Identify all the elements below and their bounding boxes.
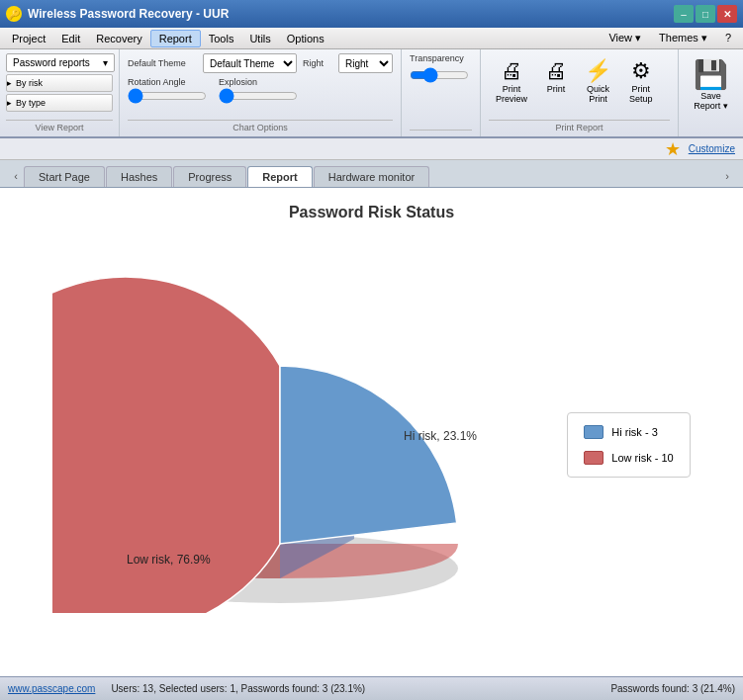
- theme-dropdown[interactable]: Default Theme Ocean Theme Sand Theme: [203, 53, 297, 73]
- rotation-angle-label: Rotation Angle: [128, 77, 186, 87]
- chevron-down-icon: ▾: [103, 57, 108, 68]
- low-risk-swatch: [584, 451, 604, 465]
- quick-print-button[interactable]: ⚡ QuickPrint: [578, 53, 618, 109]
- sub-btn-1[interactable]: ▸By risk: [6, 74, 113, 92]
- tab-next-arrow[interactable]: ›: [719, 165, 735, 187]
- print-preview-label: PrintPreview: [496, 84, 527, 104]
- theme-label: Default Theme: [128, 58, 197, 68]
- rotation-angle-slider[interactable]: [128, 88, 207, 104]
- menu-utils[interactable]: Utils: [241, 31, 278, 46]
- print-preview-button[interactable]: 🖨 PrintPreview: [489, 53, 534, 109]
- save-report-button[interactable]: 💾 SaveReport ▾: [687, 53, 735, 116]
- password-reports-dropdown[interactable]: Password reports ▾: [6, 53, 115, 72]
- pie-chart: Hi risk, 23.1% Low risk, 76.9%: [52, 277, 527, 613]
- menu-bar: Project Edit Recovery Report Tools Utils…: [0, 28, 743, 49]
- ribbon-section-print-report: 🖨 PrintPreview 🖨 Print ⚡ QuickPrint ⚙ Pr…: [481, 49, 679, 136]
- ribbon-section-password-reports: Password reports ▾ ▸By risk ▸By type Vie…: [0, 49, 120, 136]
- transparency-slider[interactable]: [410, 67, 469, 83]
- transparency-section-label: [410, 130, 472, 132]
- tab-start-page[interactable]: Start Page: [24, 166, 105, 187]
- menu-project[interactable]: Project: [4, 31, 53, 46]
- save-report-label: SaveReport ▾: [694, 91, 728, 111]
- window-controls: – □ ✕: [674, 5, 737, 23]
- ribbon: Password reports ▾ ▸By risk ▸By type Vie…: [0, 49, 743, 138]
- explosion-label: Explosion: [219, 77, 257, 87]
- menu-report[interactable]: Report: [150, 30, 201, 47]
- legend-hi-risk: Hi risk - 3: [584, 425, 673, 439]
- chart-area: Hi risk, 23.1% Low risk, 76.9% Hi risk -…: [20, 229, 723, 660]
- menu-view[interactable]: View ▾: [601, 30, 649, 46]
- hi-risk-slice: [280, 366, 457, 544]
- menu-help[interactable]: ?: [717, 30, 739, 46]
- menu-recovery[interactable]: Recovery: [88, 31, 149, 46]
- tab-hashes[interactable]: Hashes: [106, 166, 172, 187]
- maximize-button[interactable]: □: [696, 5, 715, 23]
- print-setup-button[interactable]: ⚙ PrintSetup: [622, 53, 660, 109]
- ribbon-section-save: 💾 SaveReport ▾: [679, 49, 743, 136]
- bullet-icon2: ▸: [7, 98, 12, 108]
- status-right: Passwords found: 3 (21.4%): [610, 683, 735, 694]
- chart-options-label: Chart Options: [128, 120, 393, 132]
- menu-tools[interactable]: Tools: [201, 31, 242, 46]
- minimize-button[interactable]: –: [674, 5, 694, 23]
- website-link[interactable]: www.passcape.com: [8, 683, 95, 694]
- print-label: Print: [547, 84, 566, 94]
- main-content: Password Risk Status: [0, 188, 743, 676]
- star-icon: ★: [665, 138, 681, 160]
- close-button[interactable]: ✕: [717, 5, 737, 23]
- status-stats: Users: 13, Selected users: 1, Passwords …: [111, 683, 365, 694]
- bullet-icon: ▸: [7, 78, 12, 88]
- chart-legend: Hi risk - 3 Low risk - 10: [567, 412, 690, 478]
- hi-risk-chart-label: Hi risk, 23.1%: [404, 429, 477, 443]
- tab-nav: Start Page Hashes Progress Report Hardwa…: [24, 166, 429, 187]
- print-setup-icon: ⚙: [631, 58, 651, 84]
- print-report-label: Print Report: [489, 120, 670, 132]
- hi-risk-legend-label: Hi risk - 3: [611, 426, 657, 438]
- print-icon: 🖨: [545, 58, 567, 84]
- customize-bar: ★ Customize: [0, 138, 743, 160]
- hi-risk-swatch: [584, 425, 604, 439]
- tab-progress[interactable]: Progress: [173, 166, 246, 187]
- title-bar-left: 🔑 Wireless Password Recovery - UUR: [6, 6, 229, 22]
- status-bar: www.passcape.com Users: 13, Selected use…: [0, 676, 743, 700]
- tab-report[interactable]: Report: [247, 166, 312, 187]
- low-risk-legend-label: Low risk - 10: [611, 452, 673, 464]
- quick-print-icon: ⚡: [585, 58, 611, 84]
- tab-prev-arrow[interactable]: ‹: [8, 165, 24, 187]
- sub-btn-2[interactable]: ▸By type: [6, 94, 113, 112]
- print-button[interactable]: 🖨 Print: [538, 53, 574, 99]
- quick-print-label: QuickPrint: [587, 84, 609, 104]
- menu-edit[interactable]: Edit: [53, 31, 88, 46]
- ribbon-section-chart-options: Default Theme Default Theme Ocean Theme …: [120, 49, 402, 136]
- tab-bar: ‹ Start Page Hashes Progress Report Hard…: [0, 160, 743, 188]
- customize-link[interactable]: Customize: [689, 143, 735, 154]
- ribbon-section-transparency: Transparency: [402, 49, 481, 136]
- view-report-label: View Report: [6, 120, 113, 132]
- align-label: Right: [303, 58, 332, 68]
- app-icon: 🔑: [6, 6, 22, 22]
- window-title: Wireless Password Recovery - UUR: [28, 7, 229, 21]
- transparency-label: Transparency: [410, 53, 472, 63]
- print-preview-icon: 🖨: [501, 58, 522, 84]
- low-risk-chart-label: Low risk, 76.9%: [127, 553, 211, 567]
- save-icon: 💾: [694, 58, 728, 91]
- legend-low-risk: Low risk - 10: [584, 451, 673, 465]
- explosion-slider[interactable]: [219, 88, 298, 104]
- tab-hardware-monitor[interactable]: Hardware monitor: [314, 166, 429, 187]
- password-reports-label: Password reports: [13, 57, 90, 68]
- menu-options[interactable]: Options: [279, 31, 332, 46]
- title-bar: 🔑 Wireless Password Recovery - UUR – □ ✕: [0, 0, 743, 28]
- chart-title: Password Risk Status: [289, 204, 454, 221]
- print-setup-label: PrintSetup: [629, 84, 653, 104]
- menu-themes[interactable]: Themes ▾: [651, 30, 715, 46]
- align-dropdown[interactable]: Left Center Right: [338, 53, 393, 73]
